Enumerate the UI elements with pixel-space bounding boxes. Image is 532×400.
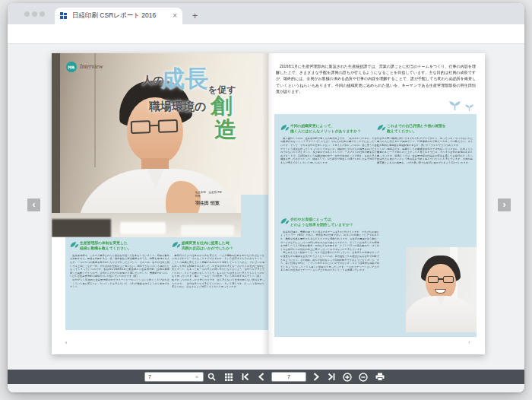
title-part-2: 成長 <box>161 67 208 90</box>
title-part-4: 職場環境の <box>149 100 206 112</box>
page-number-input[interactable] <box>271 372 306 382</box>
new-tab-button[interactable]: + <box>188 9 201 22</box>
zoom-out-button[interactable] <box>358 370 369 384</box>
feature-badge: 特集 <box>66 62 77 72</box>
interview-label: Interview <box>80 63 103 70</box>
title-part-5: 創 <box>211 95 233 117</box>
site-favicon-icon <box>60 12 68 20</box>
answer-text: 生産管理部は、これまで長年にわたり役割を分担して仕事をしていました。印刷や製本を… <box>70 253 169 325</box>
ebook-spread[interactable]: 特集 Interview 人の 成長 を促す 職場環境の 創 造 生産本部 生産… <box>52 53 485 354</box>
tab-close-icon[interactable]: × <box>173 12 177 20</box>
answer-text: 長年続けてきた仕事のやり方を変えて、一人が複数の仕事を知らなければならないわけで… <box>172 253 264 325</box>
title-part-6: 造 <box>214 119 236 141</box>
answer-text: 生産統括課は、営業の課ごとに担当するチームを3つに分けています。それぞれの課によ… <box>280 230 379 333</box>
window-zoom-button[interactable] <box>40 11 45 17</box>
page-seam <box>262 53 274 354</box>
tab-strip: 日経印刷 CSRレポート 2016 × + <box>8 3 524 24</box>
window-minimize-button[interactable] <box>32 11 37 17</box>
last-page-button[interactable] <box>326 370 337 384</box>
prev-page-arrow[interactable]: ‹ <box>27 198 40 211</box>
page-number-right: 7 <box>468 341 471 348</box>
leaf-icon <box>280 123 290 132</box>
leaf-icon <box>172 240 181 249</box>
tab-title: 日経印刷 CSRレポート 2016 <box>72 11 168 21</box>
first-page-button[interactable] <box>240 370 251 384</box>
leaf-icon <box>70 240 79 249</box>
browser-window: 日経印刷 CSRレポート 2016 × + https://www.nik-pr… <box>8 3 524 392</box>
search-clear-icon[interactable]: × <box>195 373 198 380</box>
leaf-icon <box>280 217 290 226</box>
search-button[interactable] <box>206 370 217 384</box>
photo-smiling-speaker <box>406 247 477 332</box>
intro-paragraph: 2016年1月に生産管理部内に新設された生産統括課では、営業の課ごとに担当のチー… <box>276 63 476 104</box>
sprout-icon <box>464 103 474 112</box>
next-page-button[interactable] <box>311 370 321 384</box>
sprout-icon <box>448 100 461 111</box>
browser-tab[interactable]: 日経印刷 CSRレポート 2016 × <box>55 8 182 24</box>
window-close-button[interactable] <box>24 11 30 17</box>
page-number-left: 6 <box>65 341 68 348</box>
zoom-in-button[interactable] <box>342 370 353 384</box>
print-button[interactable] <box>375 370 385 384</box>
thumbnails-button[interactable] <box>223 370 234 384</box>
browser-toolbar: https://www.nik-prt.co.jp/static/ebook/c… <box>8 24 524 44</box>
viewer-toolbar: × <box>8 370 524 384</box>
answer-text: 最も重視したのは、生産管理部で働く人の能力向上です。「私はわかりません」と自分の… <box>280 136 379 214</box>
prev-page-button[interactable] <box>256 370 267 384</box>
leaf-icon <box>377 123 386 132</box>
next-page-arrow[interactable]: › <box>498 198 511 211</box>
answer-text: 自分の専門業務に関してはそれぞれがプロですから、持っているノウハウをいかに周りの… <box>377 136 473 245</box>
